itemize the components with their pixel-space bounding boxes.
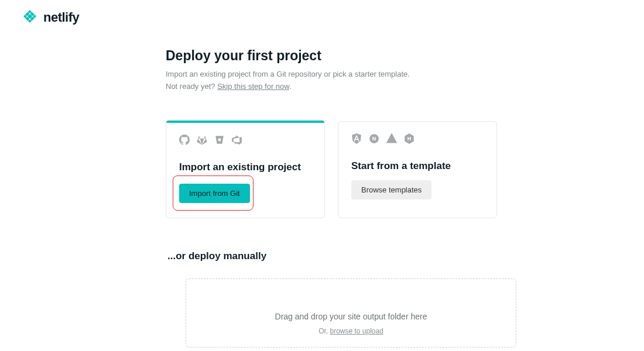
gatsby-icon — [386, 133, 397, 146]
header: netlify — [0, 0, 644, 35]
template-card-title: Start from a template — [351, 160, 484, 172]
nuxt-icon: N — [369, 133, 379, 146]
hugo-icon: H — [404, 133, 415, 146]
browse-templates-button[interactable]: Browse templates — [351, 180, 431, 199]
dropzone-prefix: Or, — [318, 327, 330, 335]
manual-deploy-dropzone[interactable]: Drag and drop your site output folder he… — [186, 278, 516, 347]
subtitle-line1: Import an existing project from a Git re… — [166, 70, 410, 78]
svg-text:N: N — [372, 136, 376, 142]
netlify-logo-icon — [22, 9, 37, 26]
dropzone-main-text: Drag and drop your site output folder he… — [198, 312, 504, 321]
deploy-manually-title: ...or deploy manually — [167, 250, 498, 262]
deploy-options-row: Import an existing project Import from G… — [166, 121, 498, 218]
page-title: Deploy your first project — [166, 48, 498, 64]
netlify-logo-text: netlify — [43, 10, 79, 25]
svg-text:H: H — [407, 136, 412, 142]
azure-devops-icon — [232, 135, 242, 147]
bitbucket-icon — [214, 135, 225, 147]
start-from-template-card: N H Start from a template Browse templat… — [338, 121, 497, 218]
subtitle-line2-prefix: Not ready yet? — [166, 82, 217, 91]
github-icon — [179, 135, 190, 147]
import-from-git-button[interactable]: Import from Git — [179, 184, 250, 203]
dropzone-sub-text: Or, browse to upload — [198, 327, 504, 335]
skip-step-link[interactable]: Skip this step for now — [217, 82, 289, 91]
gitlab-icon — [197, 135, 207, 147]
framework-icons: N H — [351, 133, 484, 146]
subtitle-suffix: . — [289, 82, 292, 91]
card-accent-bar — [166, 121, 324, 123]
git-provider-icons — [179, 135, 311, 147]
angular-icon — [351, 133, 362, 146]
import-project-card: Import an existing project Import from G… — [166, 121, 325, 218]
svg-rect-0 — [23, 10, 36, 23]
import-card-title: Import an existing project — [179, 161, 311, 173]
page-subtitle: Import an existing project from a Git re… — [166, 68, 498, 93]
browse-to-upload-link[interactable]: browse to upload — [330, 327, 383, 335]
